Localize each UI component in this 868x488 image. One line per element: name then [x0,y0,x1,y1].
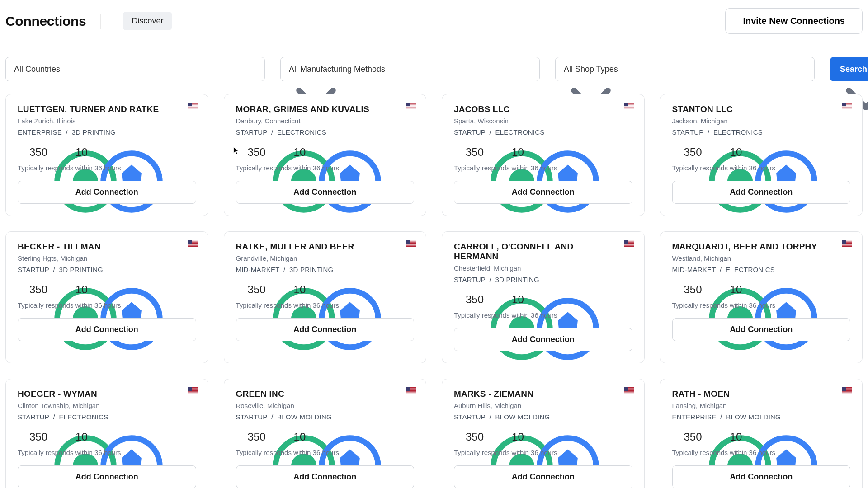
badge-green-icon [18,285,27,294]
connection-card: RATH - MOEN Lansing, Michigan ENTERPRISE… [660,379,863,488]
company-name: LUETTGEN, TURNER AND RATKE [18,104,196,114]
country-flag-icon [188,240,198,247]
stat-value: 10 [512,146,524,159]
stat-value: 350 [248,146,266,159]
company-tier: ENTERPRISE [672,413,717,421]
company-name: JACOBS LLC [454,104,632,114]
company-method: 3D PRINTING [59,266,103,273]
connection-card: CARROLL, O'CONNELL AND HERMANN Chesterfi… [442,231,645,363]
company-tier: MID-MARKET [672,266,716,273]
stat-value: 350 [684,283,702,296]
stat-value: 10 [75,283,88,296]
add-connection-button[interactable]: Add Connection [454,465,632,488]
add-connection-button[interactable]: Add Connection [454,181,632,204]
tag-separator: / [716,266,726,273]
company-tier: STARTUP [236,128,268,136]
company-location: Roseville, Michigan [236,402,415,409]
company-location: Grandville, Michigan [236,254,415,262]
stat-value: 10 [75,431,88,443]
company-location: Danbury, Connecticut [236,117,415,125]
tag-separator: / [716,413,726,421]
company-tier: ENTERPRISE [18,128,62,136]
badge-green-icon [454,148,463,157]
add-connection-button[interactable]: Add Connection [672,318,851,341]
add-connection-button[interactable]: Add Connection [454,328,632,351]
company-stats: 350 10 [672,431,851,443]
company-tags: STARTUP / ELECTRONICS [672,128,851,136]
stat-metric-1: 350 [18,431,47,443]
badge-green-icon [454,295,463,304]
connection-card: RATKE, MULLER AND BEER Grandville, Michi… [224,231,427,363]
add-connection-button[interactable]: Add Connection [18,318,196,341]
stat-metric-1: 350 [18,146,47,159]
company-stats: 350 10 [236,283,415,296]
company-stats: 350 10 [672,283,851,296]
company-stats: 350 10 [18,283,196,296]
connection-card: GREEN INC Roseville, Michigan STARTUP / … [224,379,427,488]
badge-green-icon [18,432,27,441]
invite-new-connections-button[interactable]: Invite New Connections [725,8,863,34]
stat-metric-2: 10 [718,146,742,159]
company-name: RATH - MOEN [672,389,851,399]
company-method: BLOW MOLDING [726,413,781,421]
add-connection-button[interactable]: Add Connection [18,181,196,204]
connection-card: MARQUARDT, BEER AND TORPHY Westland, Mic… [660,231,863,363]
chevron-down-icon [523,65,531,73]
country-flag-icon [188,103,198,109]
country-select[interactable]: All Countries [5,57,265,81]
company-name: CARROLL, O'CONNELL AND HERMANN [454,242,632,262]
company-name: RATKE, MULLER AND BEER [236,242,415,252]
add-connection-button[interactable]: Add Connection [18,465,196,488]
stat-metric-2: 10 [500,431,524,443]
badge-green-icon [672,285,681,294]
company-location: Chesterfield, Michigan [454,264,632,272]
stat-metric-2: 10 [64,283,88,296]
company-name: GREEN INC [236,389,415,399]
badge-blue-icon [718,285,727,294]
manufacturing-methods-select[interactable]: All Manufacturing Methods [280,57,540,81]
badge-green-icon [236,432,245,441]
stat-metric-1: 350 [236,431,266,443]
connection-card: LUETTGEN, TURNER AND RATKE Lake Zurich, … [5,94,208,216]
tag-separator: / [486,128,495,136]
company-tags: MID-MARKET / ELECTRONICS [672,266,851,273]
stat-metric-1: 350 [672,283,702,296]
connection-grid: LUETTGEN, TURNER AND RATKE Lake Zurich, … [5,94,863,488]
stat-metric-2: 10 [282,283,306,296]
country-select-value: All Countries [14,65,60,74]
search-button[interactable]: Search [830,57,868,81]
add-connection-button[interactable]: Add Connection [672,181,851,204]
company-stats: 350 10 [454,431,632,443]
add-connection-button[interactable]: Add Connection [236,181,415,204]
company-method: ELECTRONICS [713,128,763,136]
tab-discover[interactable]: Discover [123,12,172,30]
stat-value: 10 [512,431,524,443]
company-location: Sparta, Wisconsin [454,117,632,125]
stat-value: 350 [248,283,266,296]
stat-value: 350 [29,146,47,159]
page-title: Connections [5,14,101,29]
stat-value: 350 [29,283,47,296]
badge-blue-icon [282,432,291,441]
company-tags: MID-MARKET / 3D PRINTING [236,266,415,273]
company-location: Lake Zurich, Illinois [18,117,196,125]
company-location: Clinton Township, Michigan [18,402,196,409]
company-tier: STARTUP [454,413,486,421]
shop-types-select-value: All Shop Types [564,65,618,74]
tag-separator: / [49,266,59,273]
add-connection-button[interactable]: Add Connection [672,465,851,488]
page-header: Connections Discover Invite New Connecti… [5,0,863,44]
badge-blue-icon [718,432,727,441]
stat-value: 350 [466,146,484,159]
company-tier: STARTUP [18,266,49,273]
company-stats: 350 10 [18,146,196,159]
company-name: HOEGER - WYMAN [18,389,196,399]
badge-blue-icon [282,285,291,294]
stat-metric-1: 350 [672,146,702,159]
country-flag-icon [624,387,634,394]
badge-blue-icon [718,148,727,157]
add-connection-button[interactable]: Add Connection [236,318,415,341]
add-connection-button[interactable]: Add Connection [236,465,415,488]
connection-card: JACOBS LLC Sparta, Wisconsin STARTUP / E… [442,94,645,216]
shop-types-select[interactable]: All Shop Types [555,57,815,81]
